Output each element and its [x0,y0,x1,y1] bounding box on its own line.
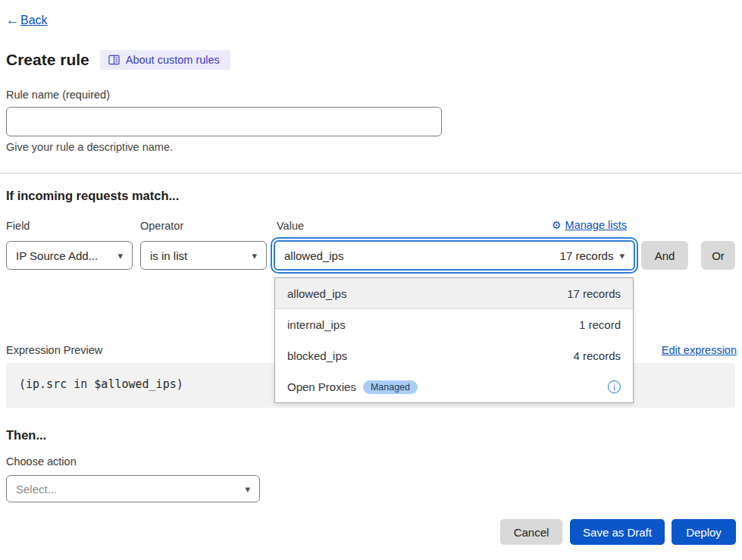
action-select-placeholder: Select... [16,483,57,496]
create-rule-page: ← Back Create rule About custom rules Ru… [0,0,742,560]
back-link[interactable]: ← Back [6,13,48,28]
operator-select[interactable]: is in list ▾ [140,241,267,270]
expression-code: (ip.src in $allowed_ips) [19,377,183,391]
value-select-selected-meta: 17 records [560,249,614,262]
choose-action-label: Choose action [6,455,77,468]
action-select[interactable]: Select... ▾ [6,475,260,502]
rule-name-help-text: Give your rule a descriptive name. [6,141,173,153]
chevron-down-icon: ▾ [252,250,257,261]
list-item-name: allowed_ips [287,287,346,300]
list-item-name: blocked_ips [287,349,347,362]
book-icon [108,55,120,65]
save-as-draft-button[interactable]: Save as Draft [570,519,665,545]
gear-icon: ⚙ [552,219,562,231]
list-item-record-count: 4 records [573,349,621,362]
chevron-down-icon: ▾ [619,250,625,261]
rule-name-label: Rule name (required) [6,89,110,101]
list-item-record-count: 17 records [567,287,621,300]
then-section-heading: Then... [6,428,46,443]
list-item-blocked-ips[interactable]: blocked_ips 4 records [275,340,633,371]
chevron-down-icon: ▾ [117,250,123,261]
manage-lists-link[interactable]: ⚙ Manage lists [552,219,627,231]
value-select-selected-name: allowed_ips [284,249,343,262]
about-custom-rules-badge[interactable]: About custom rules [100,50,230,70]
match-section-heading: If incoming requests match... [6,189,179,203]
list-item-record-count: 1 record [579,318,621,331]
back-link-label[interactable]: Back [20,14,48,27]
info-icon[interactable]: i [608,380,621,393]
rule-name-input[interactable] [6,107,442,136]
section-divider [0,173,742,174]
value-select-focus-ring: allowed_ips 17 records ▾ [271,237,638,274]
chevron-down-icon: ▾ [245,483,250,495]
edit-expression-link[interactable]: Edit expression [662,344,737,356]
managed-badge: Managed [363,380,418,394]
list-item-name: internal_ips [287,318,346,331]
about-custom-rules-label: About custom rules [126,54,220,66]
field-select[interactable]: IP Source Add... ▾ [6,241,133,270]
field-select-value: IP Source Add... [16,249,98,262]
deploy-button[interactable]: Deploy [672,519,736,545]
list-item-internal-ips[interactable]: internal_ips 1 record [275,309,633,340]
operator-column-label: Operator [140,220,183,232]
or-button[interactable]: Or [701,241,735,270]
list-item-allowed-ips[interactable]: allowed_ips 17 records [275,278,633,309]
value-column-label: Value [277,220,304,232]
cancel-button[interactable]: Cancel [500,519,562,545]
list-item-name: Open Proxies [287,380,356,393]
list-item-open-proxies[interactable]: Open Proxies Managed i [275,371,633,402]
list-dropdown-panel: allowed_ips 17 records internal_ips 1 re… [274,277,634,403]
value-select[interactable]: allowed_ips 17 records ▾ [274,240,635,271]
back-arrow-icon: ← [6,13,19,28]
and-button[interactable]: And [641,241,688,270]
operator-select-value: is in list [150,249,187,262]
title-row: Create rule About custom rules [6,50,230,70]
page-title: Create rule [6,51,89,69]
manage-lists-label[interactable]: Manage lists [565,219,627,231]
expression-preview-label: Expression Preview [6,344,102,356]
field-column-label: Field [6,220,30,232]
